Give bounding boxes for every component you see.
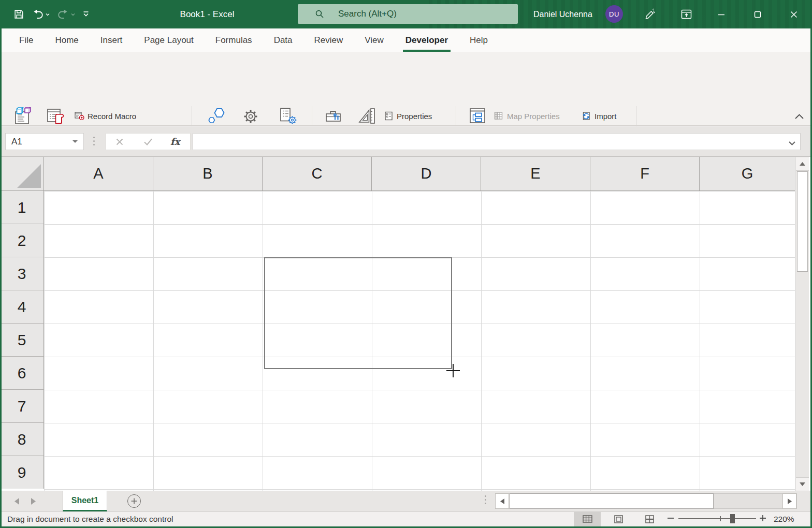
- tab-page-layout[interactable]: Page Layout: [133, 28, 204, 52]
- insert-function-button[interactable]: fx: [170, 136, 180, 147]
- zoom-out-button[interactable]: [667, 515, 674, 524]
- search-icon: [314, 9, 325, 19]
- formula-bar-splitter-handle[interactable]: [93, 137, 95, 145]
- tab-formulas[interactable]: Formulas: [205, 28, 263, 52]
- select-all-corner[interactable]: [0, 157, 44, 191]
- visual-basic-icon: [14, 106, 33, 127]
- row-header-3[interactable]: 3: [0, 257, 44, 290]
- customize-qat-button[interactable]: [82, 11, 90, 18]
- sheet-nav-left-icon[interactable]: [15, 497, 19, 507]
- scroll-up-button[interactable]: [796, 157, 809, 171]
- crosshair-cursor: [453, 364, 454, 377]
- checkbox-drag-rectangle: [264, 257, 452, 369]
- column-header-b[interactable]: B: [153, 157, 263, 190]
- zoom-slider-track[interactable]: [678, 518, 756, 519]
- scroll-down-button[interactable]: [796, 477, 809, 491]
- xml-source-icon: [469, 106, 487, 127]
- scroll-right-button[interactable]: [782, 493, 796, 509]
- row-header-7[interactable]: 7: [0, 390, 44, 423]
- select-all-triangle-icon: [17, 164, 41, 188]
- avatar[interactable]: DU: [605, 5, 623, 23]
- expand-formula-bar-icon[interactable]: [788, 139, 796, 148]
- horizontal-scrollbar-thumb[interactable]: [510, 493, 714, 509]
- row-header-9[interactable]: 9: [0, 456, 44, 489]
- undo-button[interactable]: [32, 9, 50, 20]
- column-header-f[interactable]: F: [590, 157, 700, 190]
- sheet-nav-right-icon[interactable]: [31, 497, 36, 507]
- ribbon-tab-row: File Home Insert Page Layout Formulas Da…: [0, 28, 812, 52]
- toolbox-icon: [325, 106, 343, 127]
- megaphone-icon[interactable]: [642, 0, 658, 28]
- name-box-dropdown-icon[interactable]: [72, 140, 78, 143]
- collapse-ribbon-button[interactable]: [794, 113, 804, 122]
- import-icon: [581, 111, 591, 121]
- zoom-slider-thumb[interactable]: [730, 514, 735, 523]
- plus-icon: [131, 498, 137, 504]
- tab-data[interactable]: Data: [263, 28, 303, 52]
- row-header-2[interactable]: 2: [0, 224, 44, 257]
- normal-view-button[interactable]: [574, 511, 601, 526]
- tab-home[interactable]: Home: [44, 28, 89, 52]
- save-button[interactable]: [13, 9, 24, 20]
- add-ins-icon: [207, 106, 227, 127]
- redo-button[interactable]: [57, 9, 75, 20]
- tab-scrollbar-splitter-handle[interactable]: [485, 495, 486, 504]
- zoom-in-button[interactable]: [759, 515, 766, 524]
- redo-dropdown-icon: [71, 13, 75, 16]
- record-macro-button[interactable]: Record Macro: [75, 109, 136, 123]
- undo-dropdown-icon: [46, 13, 50, 16]
- com-add-ins-icon: [279, 106, 297, 127]
- page-layout-view-button[interactable]: [605, 511, 632, 526]
- map-properties-button: Map Properties: [494, 109, 560, 123]
- design-mode-icon: [357, 106, 376, 127]
- properties-icon: [384, 111, 394, 121]
- tab-view[interactable]: View: [354, 28, 395, 52]
- search-box[interactable]: Search (Alt+Q): [298, 4, 518, 24]
- zoom-slider-center-tick: [720, 516, 721, 521]
- normal-view-icon: [583, 515, 592, 523]
- row-header-4[interactable]: 4: [0, 290, 44, 324]
- minimize-button[interactable]: [709, 0, 733, 28]
- gear-icon: [242, 106, 259, 127]
- ribbon-display-options-icon[interactable]: [678, 0, 694, 28]
- tab-file[interactable]: File: [8, 28, 44, 52]
- column-header-d[interactable]: D: [372, 157, 481, 190]
- formula-buttons: fx: [106, 133, 191, 150]
- quick-access-toolbar: [13, 0, 90, 28]
- ribbon-tabs: File Home Insert Page Layout Formulas Da…: [8, 28, 812, 52]
- row-header-5[interactable]: 5: [0, 324, 44, 357]
- row-header-8[interactable]: 8: [0, 423, 44, 456]
- column-header-e[interactable]: E: [481, 157, 590, 190]
- sheet-tab-sheet1[interactable]: Sheet1: [63, 491, 107, 511]
- page-layout-view-icon: [614, 515, 623, 523]
- enter-check-icon[interactable]: [143, 138, 153, 148]
- column-header-g[interactable]: G: [700, 157, 795, 190]
- row-headers: 1 2 3 4 5 6 7 8 9: [0, 191, 44, 489]
- row-header-6[interactable]: 6: [0, 357, 44, 390]
- zoom-level[interactable]: 220%: [774, 511, 803, 526]
- tab-insert[interactable]: Insert: [90, 28, 134, 52]
- properties-button[interactable]: Properties: [384, 109, 432, 123]
- vertical-scrollbar-thumb[interactable]: [797, 171, 808, 272]
- column-header-c[interactable]: C: [263, 157, 372, 190]
- tab-help[interactable]: Help: [459, 28, 499, 52]
- window-title: Book1 - Excel: [155, 0, 259, 28]
- import-button[interactable]: Import: [581, 109, 617, 123]
- map-properties-icon: [494, 111, 504, 121]
- column-header-a[interactable]: A: [44, 157, 153, 190]
- tab-developer[interactable]: Developer: [395, 28, 459, 52]
- ribbon: Visual Basic Macros Record Macro Use Rel…: [0, 52, 812, 126]
- account-name[interactable]: Daniel Uchenna: [533, 0, 592, 28]
- new-sheet-button[interactable]: [127, 494, 141, 508]
- maximize-button[interactable]: [746, 0, 770, 28]
- page-break-preview-button[interactable]: [636, 511, 663, 526]
- close-button[interactable]: [782, 0, 806, 28]
- formula-input[interactable]: [193, 133, 801, 150]
- row-header-1[interactable]: 1: [0, 191, 44, 224]
- window-border: [0, 28, 2, 528]
- cancel-icon[interactable]: [115, 138, 124, 148]
- search-placeholder: Search (Alt+Q): [338, 9, 397, 19]
- tab-review[interactable]: Review: [303, 28, 354, 52]
- scroll-left-button[interactable]: [495, 493, 509, 509]
- macros-icon: [46, 106, 65, 127]
